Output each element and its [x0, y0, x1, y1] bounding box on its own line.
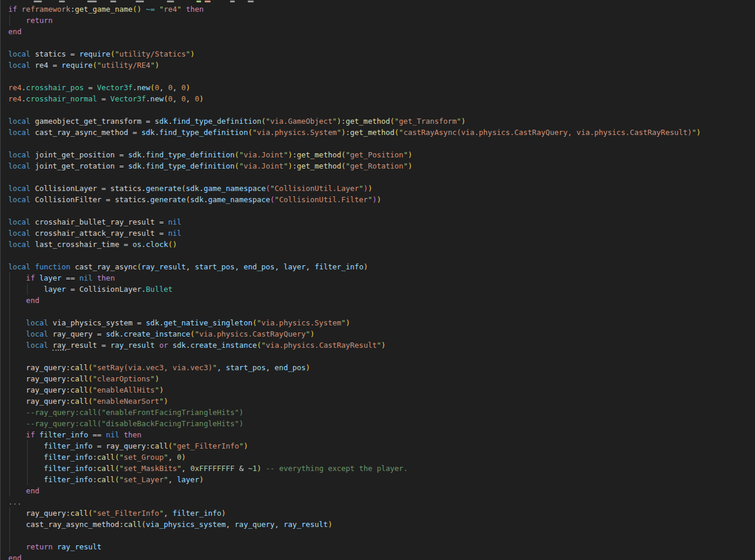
code-token: return [26, 16, 52, 25]
code-token: 0 [168, 83, 173, 92]
code-token: 0 [177, 453, 182, 462]
code-token: ) [288, 150, 293, 159]
code-token: -- everything except the player. [266, 464, 408, 473]
code-token: " [177, 464, 182, 473]
code-token: 0 [182, 94, 186, 103]
code-token: == [88, 430, 106, 439]
indent-guide [9, 295, 10, 306]
code-token: find_type_definition [159, 128, 248, 137]
code-token: " [266, 117, 271, 126]
indent-guide [9, 440, 10, 452]
code-line: local crosshair_attack_ray_result = nil [0, 228, 755, 239]
code-token [8, 274, 26, 282]
code-token: ) [341, 128, 346, 137]
code-token: call [70, 374, 88, 383]
code-token: ) [191, 50, 195, 58]
code-token: : [70, 5, 75, 14]
code-token: ) [408, 162, 412, 170]
code-token: clearOptions [97, 374, 150, 383]
indent-guide [9, 396, 10, 407]
code-token: joint_get_position = [31, 150, 129, 159]
code-token: find_type_definition [146, 150, 235, 159]
code-token: ) [381, 341, 386, 350]
code-token [8, 430, 26, 439]
code-token [168, 341, 173, 350]
code-token: , [182, 464, 191, 473]
clipped-text-fragment [248, 1, 254, 2]
code-token: Bullet [146, 285, 172, 294]
code-token: , [226, 520, 235, 529]
code-token: layer [284, 262, 306, 271]
code-token: via.GameObject [270, 117, 332, 126]
code-token: or [159, 341, 168, 350]
code-line [0, 205, 755, 216]
code-token: filter_info [44, 475, 93, 484]
indent-guide [9, 384, 10, 396]
code-token: " [239, 162, 244, 170]
code-token: get_game_name [75, 5, 133, 14]
code-line: local joint_get_position = sdk.find_type… [0, 149, 755, 160]
code-token: CollisionUtil.Layer [275, 184, 359, 193]
code-line: --ray_query:call("enableFrontFacingTrian… [0, 407, 755, 418]
code-token: ) [377, 195, 382, 204]
code-token: crosshair_normal [26, 94, 97, 103]
code-token: call [70, 363, 88, 372]
code-token: 0xFFFFFFFF [191, 464, 235, 473]
code-token: call [70, 509, 88, 518]
code-token: get_method [350, 128, 395, 137]
code-token: filter_info [40, 430, 88, 439]
code-token: " [275, 195, 280, 204]
indent-guide [9, 429, 10, 440]
code-token [35, 430, 40, 439]
code-token: " [359, 184, 364, 193]
code-token: 0 [168, 94, 173, 103]
code-token: , [217, 363, 226, 372]
code-token: , [266, 363, 275, 372]
code-line [0, 71, 755, 82]
code-line [0, 104, 755, 116]
code-token: " [257, 318, 261, 327]
code-token: ray_query = [48, 330, 106, 338]
code-token: via.physics.CastRayQuery [199, 330, 306, 338]
code-line: local ray_result = ray_result or sdk.cre… [0, 340, 755, 351]
clipped-text-fragment [205, 1, 211, 2]
code-token [8, 486, 26, 495]
code-token: . [155, 128, 159, 137]
code-line: filter_info:call("set_Layer", layer) [0, 474, 755, 485]
code-token: ) [163, 397, 168, 406]
code-token [8, 318, 26, 327]
code-token: : [93, 475, 97, 484]
indent-guide [9, 373, 10, 384]
code-token [8, 442, 44, 450]
indent-guide [9, 474, 10, 485]
code-token [155, 5, 159, 14]
code-token: " [97, 61, 102, 70]
code-token: ) [310, 330, 315, 338]
indent-guide [27, 474, 28, 485]
indent-guide [27, 440, 28, 452]
code-line [0, 138, 755, 149]
code-token: setRay(via.vec3, via.vec3) [97, 363, 213, 372]
code-token: get_Rotation [350, 162, 403, 170]
code-token: ray_query: [8, 386, 70, 394]
code-token: local [8, 218, 31, 226]
code-token: re4 [163, 5, 177, 14]
code-token: call [150, 442, 168, 450]
code-line: local CollisionFilter = statics.generate… [0, 194, 755, 205]
code-token: statics = [31, 50, 80, 58]
code-editor[interactable]: if reframework:get_game_name() ~= "re4" … [0, 0, 755, 560]
code-token: ) [363, 262, 368, 271]
code-token [17, 5, 22, 14]
code-line: if layer == nil then [0, 272, 755, 284]
code-line: local CollisionLayer = statics.generate(… [0, 183, 755, 194]
code-token: end [26, 296, 40, 305]
code-token: require [61, 61, 93, 70]
code-token: local [8, 117, 31, 126]
code-token: local [26, 341, 48, 350]
indent-guide [9, 328, 10, 340]
code-token: set_FilterInfo [97, 509, 159, 518]
code-token: ( [88, 397, 93, 406]
code-token [35, 274, 40, 282]
indent-guide [9, 284, 10, 295]
code-token: . [203, 195, 208, 204]
